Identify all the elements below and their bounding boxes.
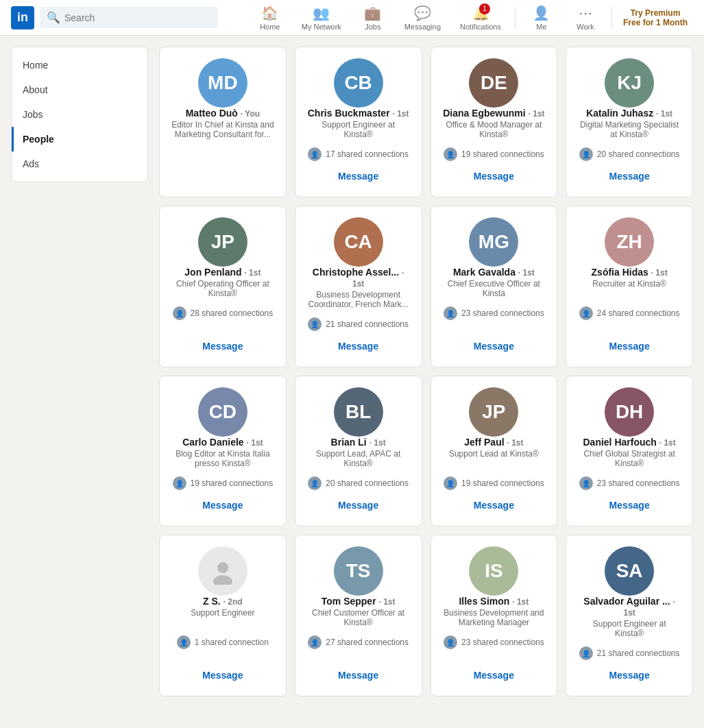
- person-card: DH Daniel Harfouch · 1st Chief Global St…: [566, 376, 693, 526]
- nav-messaging-label: Messaging: [404, 23, 441, 31]
- nav-messaging[interactable]: 💬 Messaging: [396, 0, 449, 36]
- search-bar[interactable]: 🔍: [40, 7, 218, 28]
- sidebar-item-ads[interactable]: Ads: [12, 151, 147, 176]
- person-degree: · 1st: [518, 268, 535, 278]
- nav-items: 🏠 Home 👥 My Network 💼 Jobs 💬 Messaging 🔔…: [250, 0, 693, 36]
- person-card: KJ Katalin Juhasz · 1st Digital Marketin…: [566, 47, 693, 197]
- notification-badge: 1: [479, 3, 490, 14]
- person-name: Mark Gavalda · 1st: [453, 267, 535, 278]
- person-degree: · 2nd: [223, 597, 243, 607]
- shared-avatar-icon: 👤: [308, 635, 321, 649]
- sidebar-about-label: About: [23, 84, 48, 95]
- nav-divider-2: [611, 7, 612, 29]
- message-button[interactable]: Message: [191, 496, 254, 515]
- message-button[interactable]: Message: [327, 337, 389, 356]
- person-title: Blog Editor at Kinsta Italia presso Kins…: [171, 449, 275, 471]
- nav-my-network[interactable]: 👥 My Network: [293, 0, 350, 36]
- person-name: Zsófia Hidas · 1st: [592, 267, 668, 278]
- person-card: CA Christophe Assel... · 1st Business De…: [295, 206, 422, 367]
- search-input[interactable]: [64, 12, 211, 23]
- message-button[interactable]: Message: [463, 337, 525, 356]
- person-title: Support Lead at Kinsta®: [449, 449, 539, 471]
- message-button[interactable]: Message: [598, 337, 661, 356]
- person-card: SA Salvador Aguilar ... · 1st Support En…: [566, 535, 693, 696]
- person-degree: · You: [241, 109, 260, 119]
- svg-point-0: [217, 562, 228, 573]
- nav-notifications[interactable]: 🔔 1 Notifications: [452, 0, 509, 36]
- person-card: TS Tom Sepper · 1st Chief Customer Offic…: [295, 535, 422, 696]
- shared-count: 21 shared connections: [597, 648, 680, 658]
- shared-connections: 👤 1 shared connection: [177, 635, 269, 649]
- message-button[interactable]: Message: [327, 167, 389, 186]
- shared-avatar-icon: 👤: [308, 476, 321, 490]
- shared-avatar-icon: 👤: [579, 306, 593, 320]
- person-degree: · 1st: [379, 597, 396, 607]
- shared-count: 23 shared connections: [597, 478, 680, 488]
- message-button[interactable]: Message: [598, 167, 661, 186]
- shared-connections: 👤 19 shared connections: [444, 147, 544, 161]
- person-card: CD Carlo Daniele · 1st Blog Editor at Ki…: [159, 376, 287, 526]
- person-degree: · 1st: [659, 438, 676, 448]
- person-degree: · 1st: [651, 268, 668, 278]
- message-button[interactable]: Message: [598, 496, 661, 515]
- avatar: TS: [334, 546, 383, 596]
- shared-count: 27 shared connections: [326, 638, 409, 647]
- person-card: JP Jeff Paul · 1st Support Lead at Kinst…: [430, 376, 558, 526]
- shared-count: 21 shared connections: [326, 319, 409, 329]
- person-degree: · 1st: [244, 268, 260, 278]
- avatar: MG: [469, 217, 518, 267]
- nav-home[interactable]: 🏠 Home: [250, 0, 291, 36]
- sidebar-item-home[interactable]: Home: [12, 53, 147, 77]
- avatar: IS: [469, 546, 518, 596]
- premium-button[interactable]: Try Premium Free for 1 Month: [618, 5, 693, 30]
- premium-label: Try Premium: [623, 8, 688, 18]
- messaging-icon: 💬: [414, 5, 431, 21]
- person-degree: · 1st: [247, 438, 263, 448]
- shared-avatar-icon: 👤: [579, 646, 593, 660]
- person-name: Katalin Juhasz · 1st: [586, 108, 672, 119]
- message-button[interactable]: Message: [327, 666, 389, 685]
- shared-connections: 👤 20 shared connections: [579, 147, 680, 161]
- message-button[interactable]: Message: [191, 666, 254, 685]
- message-button[interactable]: Message: [598, 666, 661, 685]
- avatar: KJ: [605, 58, 654, 108]
- nav-work[interactable]: ⋯ Work: [565, 0, 606, 36]
- message-button[interactable]: Message: [463, 167, 525, 186]
- person-title: Chief Customer Officer at Kinsta®: [306, 608, 411, 630]
- shared-avatar-icon: 👤: [308, 317, 321, 331]
- sidebar-item-people[interactable]: People: [12, 127, 147, 151]
- shared-count: 20 shared connections: [597, 149, 680, 159]
- avatar: CB: [334, 58, 383, 108]
- person-card: MG Mark Gavalda · 1st Chief Executive Of…: [430, 206, 558, 367]
- svg-point-1: [213, 575, 232, 585]
- sidebar-item-jobs[interactable]: Jobs: [12, 102, 147, 127]
- linkedin-logo[interactable]: in: [11, 6, 34, 29]
- person-title: Support Engineer: [191, 608, 254, 630]
- message-button[interactable]: Message: [463, 496, 525, 515]
- me-icon: 👤: [533, 5, 550, 21]
- message-button[interactable]: Message: [191, 337, 254, 356]
- nav-jobs[interactable]: 💼 Jobs: [352, 0, 393, 36]
- shared-count: 1 shared connection: [195, 638, 269, 647]
- person-name: Daniel Harfouch · 1st: [583, 437, 675, 448]
- nav-me[interactable]: 👤 Me: [521, 0, 562, 36]
- avatar: JP: [198, 217, 247, 267]
- shared-connections: 👤 24 shared connections: [579, 306, 680, 320]
- nav-me-label: Me: [536, 23, 546, 31]
- shared-connections: 👤 17 shared connections: [308, 147, 409, 161]
- shared-avatar-icon: 👤: [177, 635, 191, 649]
- person-name: Chris Buckmaster · 1st: [308, 108, 409, 119]
- avatar: BL: [334, 387, 383, 437]
- person-degree: · 1st: [656, 109, 672, 119]
- person-name: Jeff Paul · 1st: [464, 437, 523, 448]
- message-button[interactable]: Message: [463, 666, 525, 685]
- message-button[interactable]: Message: [327, 496, 389, 515]
- shared-connections: 👤 19 shared connections: [173, 476, 274, 490]
- shared-count: 19 shared connections: [461, 478, 544, 488]
- sidebar-home-label: Home: [23, 60, 48, 71]
- sidebar-item-about[interactable]: About: [12, 77, 147, 102]
- home-icon: 🏠: [261, 5, 278, 21]
- person-degree: · 1st: [623, 597, 675, 618]
- shared-avatar-icon: 👤: [444, 147, 457, 161]
- sidebar-ads-label: Ads: [23, 158, 39, 169]
